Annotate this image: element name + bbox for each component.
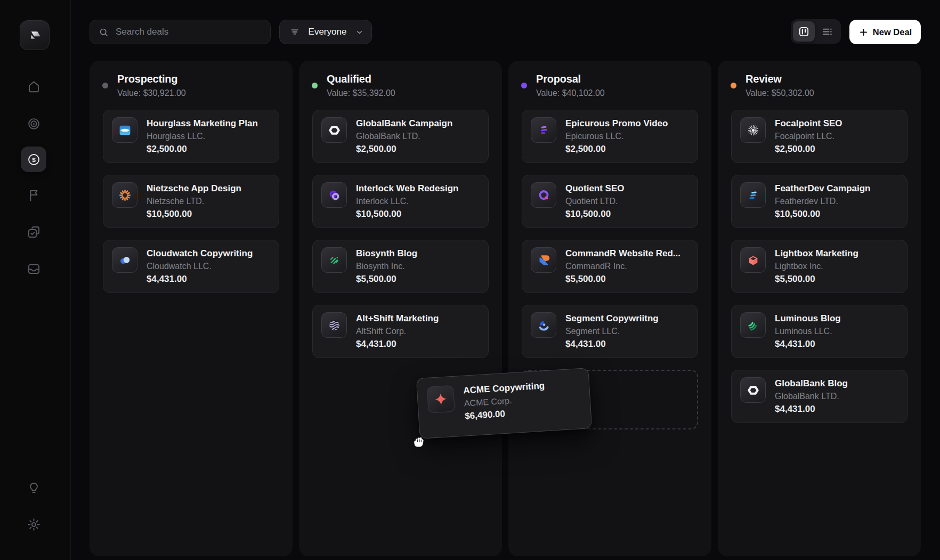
app-logo[interactable] (20, 20, 50, 50)
deal-value: $4,431.00 (356, 337, 439, 351)
deal-value: $2,500.00 (775, 142, 842, 156)
company-logo-tile (112, 182, 137, 208)
target-icon (27, 117, 41, 131)
quotient-logo (537, 188, 551, 202)
deal-value: $2,500.00 (356, 142, 452, 156)
company-logo-tile (531, 182, 556, 208)
commandr-logo (537, 253, 551, 267)
column-status-dot (102, 83, 108, 88)
deal-company: Segment LLC. (565, 325, 659, 337)
deal-title: Alt+Shift Marketing (356, 312, 439, 325)
column-header: Prospecting Value: $30,921.00 (90, 61, 293, 99)
column-value: Value: $30,921.00 (117, 87, 278, 99)
deal-company: Nietzsche LTD. (147, 195, 241, 207)
deal-title: Quotient SEO (565, 182, 625, 195)
deal-company: Lightbox Inc. (775, 260, 858, 272)
deal-meta: Interlock Web Redesign Interlock LLC. $1… (356, 182, 458, 221)
sidebar-item-target[interactable] (21, 111, 46, 136)
deal-company: Interlock LLC. (356, 195, 458, 207)
sidebar-item-help[interactable] (21, 475, 46, 500)
deal-card[interactable]: Epicurous Promo Video Epicurous LLC. $2,… (522, 110, 698, 163)
card-list: Hourglass Marketing Plan Hourglass LLC. … (90, 99, 293, 318)
sidebar-item-inbox[interactable] (21, 256, 46, 281)
deal-meta: GlobalBank Blog GlobalBank LTD. $4,431.0… (775, 377, 848, 416)
deal-title: Nietzsche App Design (147, 182, 241, 195)
deal-card[interactable]: Quotient SEO Quotient LTD. $10,500.00 (522, 175, 698, 228)
deal-company: Hourglass LLC. (147, 130, 258, 142)
deal-card[interactable]: Cloudwatch Copywriting Cloudwatch LLC. $… (103, 240, 279, 293)
deal-card[interactable]: FeatherDev Campaign Featherdev LTD. $10,… (731, 175, 907, 228)
deal-title: Focalpoint SEO (775, 117, 842, 130)
deal-card[interactable]: Hourglass Marketing Plan Hourglass LLC. … (103, 110, 279, 163)
company-logo-tile (531, 117, 556, 143)
svg-text:$: $ (32, 156, 36, 164)
interlock-logo (327, 188, 342, 202)
sidebar: $ (0, 0, 71, 560)
deal-card[interactable]: Lightbox Marketing Lightbox Inc. $5,500.… (731, 240, 907, 293)
company-logo-tile (321, 182, 347, 208)
sidebar-item-flag[interactable] (21, 182, 46, 208)
deal-card[interactable]: CommandR Website Red... CommandR Inc. $5… (522, 240, 698, 293)
list-icon (821, 26, 833, 38)
deal-card[interactable]: Segment Copywriitng Segment LLC. $4,431.… (522, 305, 698, 358)
column-header: Review Value: $50,302.00 (718, 61, 921, 99)
column-value: Value: $35,392.00 (327, 87, 487, 99)
sidebar-item-home[interactable] (21, 74, 46, 99)
deal-card[interactable]: Biosynth Blog Biosynth Inc. $5,500.00 (312, 240, 489, 293)
deal-card[interactable]: Alt+Shift Marketing AltShift Corp. $4,43… (312, 305, 489, 358)
view-kanban-button[interactable] (793, 21, 815, 42)
column-title: Proposal (536, 72, 696, 85)
search-field (90, 20, 271, 44)
luminous-logo (746, 318, 760, 332)
chevron-down-icon (355, 28, 364, 37)
deal-card[interactable]: Focalpoint SEO Focalpoint LLC. $2,500.00 (731, 110, 907, 163)
deal-company: GlobalBank LTD. (775, 390, 848, 402)
column-title: Review (745, 72, 906, 85)
sidebar-item-settings[interactable] (21, 512, 46, 537)
board: Prospecting Value: $30,921.00 Hourglass … (90, 61, 921, 556)
deal-card[interactable]: Nietzsche App Design Nietzsche LTD. $10,… (103, 175, 279, 228)
filter-lines-icon (289, 27, 300, 37)
column-status-dot (521, 83, 527, 88)
deal-card[interactable]: Interlock Web Redesign Interlock LLC. $1… (312, 175, 489, 228)
company-logo-tile (112, 117, 137, 143)
globalbank-logo (746, 383, 760, 397)
deal-value: $10,500.00 (775, 207, 871, 221)
deal-company: Cloudwatch LLC. (147, 260, 253, 272)
deal-title: GlobalBank Blog (775, 377, 848, 390)
deal-meta: Biosynth Blog Biosynth Inc. $5,500.00 (356, 247, 417, 286)
dragged-deal-card[interactable]: ACME Copywriting ACME Corp. $6,490.00 (416, 368, 592, 439)
column-header: Proposal Value: $40,102.00 (508, 61, 711, 99)
company-logo-tile (740, 312, 766, 338)
inbox-icon (27, 262, 41, 276)
company-logo-tile (112, 247, 137, 273)
deal-meta: Nietzsche App Design Nietzsche LTD. $10,… (147, 182, 241, 221)
filter-label: Everyone (306, 27, 349, 37)
deal-meta: Quotient SEO Quotient LTD. $10,500.00 (565, 182, 625, 221)
company-logo-tile (321, 312, 347, 338)
deal-value: $4,431.00 (775, 337, 841, 351)
dollar-circle-icon: $ (27, 152, 41, 167)
deal-title: Epicurous Promo Video (565, 117, 668, 130)
sidebar-item-tasks[interactable] (21, 219, 46, 245)
deal-card[interactable]: GlobalBank Campaign GlobalBank LTD. $2,5… (312, 110, 489, 163)
search-input[interactable] (115, 26, 250, 38)
cloudwatch-logo (118, 253, 132, 267)
deal-company: Focalpoint LLC. (775, 130, 842, 142)
focalpoint-logo (746, 123, 760, 137)
deal-value: $4,431.00 (147, 272, 253, 286)
altshift-logo (327, 318, 342, 332)
deal-company: GlobalBank LTD. (356, 130, 452, 142)
sidebar-item-deals[interactable]: $ (21, 147, 46, 172)
kanban-icon (798, 26, 810, 38)
deal-meta: GlobalBank Campaign GlobalBank LTD. $2,5… (356, 117, 452, 156)
deal-card[interactable]: Luminous Blog Luminous LLC. $4,431.00 (731, 305, 907, 358)
deal-title: Lightbox Marketing (775, 247, 858, 260)
deal-card[interactable]: GlobalBank Blog GlobalBank LTD. $4,431.0… (731, 370, 907, 423)
new-deal-button[interactable]: New Deal (849, 20, 921, 44)
view-list-button[interactable] (815, 19, 840, 44)
deal-meta: Epicurous Promo Video Epicurous LLC. $2,… (565, 117, 668, 156)
deal-company: Biosynth Inc. (356, 260, 417, 272)
filter-dropdown[interactable]: Everyone (279, 20, 372, 44)
nietzsche-logo (118, 188, 132, 202)
